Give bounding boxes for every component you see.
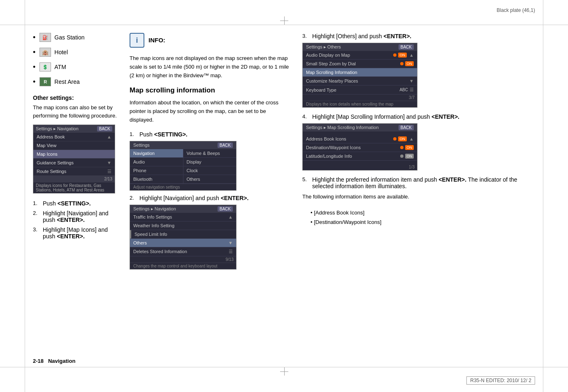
mid-step-1: 1. Push <SETTING>. xyxy=(130,131,290,138)
settings-others-audio[interactable]: Audio Display on Map ON ▲ xyxy=(303,51,417,60)
settings-item-clock[interactable]: Clock xyxy=(183,166,236,175)
settings-mapscroll-back[interactable]: BACK xyxy=(399,125,414,130)
list-item-gas: ⛽ Gas Station xyxy=(33,33,117,42)
settings-main-title: Settings xyxy=(133,143,150,148)
step2-kbd: <ENTER>. xyxy=(57,217,85,223)
nav-menu-item-address[interactable]: Address Book ▲ xyxy=(33,133,115,141)
page-footer: R35-N EDITED: 2010/ 12/ 2 xyxy=(466,376,535,385)
settings-nav-item-traffic[interactable]: Traffic Info Settings ▲ xyxy=(130,213,236,221)
list-item-hotel: 🏨 Hotel xyxy=(33,48,117,57)
nav-menu-item-mapview[interactable]: Map View xyxy=(33,141,115,150)
settings-nav-header: Settings ▸ Navigation BACK xyxy=(130,205,236,213)
left-column: ⛽ Gas Station 🏨 Hotel 💲 ATM R Rest Area … xyxy=(33,33,123,359)
crosshair-bottom xyxy=(280,367,288,376)
settings-nav-item-others[interactable]: Others ▼ xyxy=(130,239,236,247)
settings-others-header: Settings ▸ Others BACK xyxy=(303,43,417,51)
right-step-3: 3. Highlight [Others] and push <ENTER>. xyxy=(302,33,535,39)
settings-mapscroll-dest[interactable]: Destination/Waypoint Icons ON xyxy=(303,143,417,152)
settings-main-left: Navigation Audio Phone Bluetooth xyxy=(130,149,183,184)
bullet-item-dest: [Destination/Waypoint Icons] xyxy=(311,217,535,227)
rest-area-label: Rest Area xyxy=(54,78,79,85)
step1-kbd: <SETTING>. xyxy=(58,200,91,207)
step3-kbd: <ENTER>. xyxy=(57,233,85,240)
settings-mapscroll-title: Settings ▸ Map Scrolling Information xyxy=(306,125,379,130)
smallstep-toggle-indicator xyxy=(400,62,403,65)
hotel-icon: 🏨 xyxy=(39,48,51,57)
icon-list: ⛽ Gas Station 🏨 Hotel 💲 ATM R Rest Area xyxy=(33,33,117,86)
settings-others-back[interactable]: BACK xyxy=(399,44,414,50)
page-border-left xyxy=(25,0,25,392)
settings-mapscroll-header: Settings ▸ Map Scrolling Information BAC… xyxy=(303,124,417,131)
section-heading: Map scrolling information xyxy=(130,86,290,95)
settings-others-screenshot: Settings ▸ Others BACK Audio Display on … xyxy=(302,43,417,108)
nav-menu-item-guidance[interactable]: Guidance Settings ▼ xyxy=(33,159,115,167)
settings-mapscroll-lat[interactable]: Latitude/Longitude Info ON xyxy=(303,152,417,161)
list-item-rest: R Rest Area xyxy=(33,77,117,86)
settings-nav-item-deletes[interactable]: Deletes Stored Information ☰ xyxy=(130,247,236,256)
settings-nav-back[interactable]: BACK xyxy=(218,206,233,212)
settings-item-audio[interactable]: Audio xyxy=(130,158,183,166)
rest-area-icon: R xyxy=(39,77,51,86)
content-area: ⛽ Gas Station 🏨 Hotel 💲 ATM R Rest Area … xyxy=(33,33,535,359)
settings-main-header: Settings BACK xyxy=(130,141,236,149)
nav-menu-page-indicator: 2/13 xyxy=(33,176,115,182)
right-step3-kbd: <ENTER>. xyxy=(384,33,412,39)
mid-column: i INFO: The map icons are not displayed … xyxy=(123,33,296,359)
settings-main-grid: Navigation Audio Phone Bluetooth Volume … xyxy=(130,149,236,184)
settings-main-screenshot: Settings BACK Navigation Audio Phone Blu… xyxy=(130,141,236,191)
smallstep-toggle-on: ON xyxy=(405,61,414,66)
settings-item-display[interactable]: Display xyxy=(183,158,236,166)
settings-item-volume[interactable]: Volume & Beeps xyxy=(183,149,236,158)
back-button[interactable]: BACK xyxy=(97,126,112,131)
gas-station-icon: ⛽ xyxy=(39,33,51,42)
audio-toggle-indicator xyxy=(393,53,396,57)
nav-menu-item-mapicons[interactable]: Map Icons xyxy=(33,150,115,159)
settings-item-bluetooth[interactable]: Bluetooth xyxy=(130,175,183,184)
settings-item-phone[interactable]: Phone xyxy=(130,166,183,175)
settings-others-smallstep[interactable]: Small Step Zoom by Dial ON xyxy=(303,60,417,68)
address-toggle-indicator xyxy=(393,137,396,141)
right-column: 3. Highlight [Others] and push <ENTER>. … xyxy=(296,33,535,359)
dest-toggle-indicator xyxy=(400,146,403,149)
footer-text: R35-N EDITED: 2010/ 12/ 2 xyxy=(470,378,531,383)
bullet-item-address: [Address Book Icons] xyxy=(311,208,535,217)
nav-menu-title: Settings ▸ Navigation xyxy=(36,126,79,131)
step-2: 2. Highlight [Navigation] and push <ENTE… xyxy=(33,210,117,223)
settings-others-keyboard[interactable]: Keyboard Type ABC ☰ xyxy=(303,85,417,95)
mid-step2-kbd: <ENTER>. xyxy=(221,195,249,201)
settings-others-mapscroll[interactable]: Map Scrolling Information xyxy=(303,68,417,77)
settings-nav-item-speed[interactable]: Speed Limit Info xyxy=(130,230,236,239)
info-label: INFO: xyxy=(148,33,165,48)
page-border-top xyxy=(0,25,568,25)
atm-label: ATM xyxy=(54,64,66,70)
settings-nav-title: Settings ▸ Navigation xyxy=(133,206,176,212)
nav-menu-screenshot: Settings ▸ Navigation BACK Address Book … xyxy=(33,125,115,194)
lat-toggle-indicator xyxy=(400,154,403,158)
page-border-right xyxy=(543,0,543,392)
settings-mapscroll-address[interactable]: Address Book Icons ON ▲ xyxy=(303,135,417,143)
settings-main-hint: Adjust navigation settings xyxy=(130,184,236,190)
dest-toggle-on: ON xyxy=(405,145,414,150)
other-settings-text: The map icons can also be set by perform… xyxy=(33,104,117,120)
settings-others-page: 3/7 xyxy=(303,95,417,101)
hotel-label: Hotel xyxy=(54,49,68,55)
right-step-4: 4. Highlight [Map Scrolling Information]… xyxy=(302,113,535,120)
step-1: 1. Push <SETTING>. xyxy=(33,200,117,207)
settings-nav-page: 9/13 xyxy=(130,256,236,263)
nav-menu-hint: Displays icons for Restaurants, Gas Stat… xyxy=(33,182,115,193)
settings-nav-item-weather[interactable]: Weather Info Setting xyxy=(130,221,236,230)
audio-toggle-on: ON xyxy=(398,53,407,58)
list-item-atm: 💲 ATM xyxy=(33,62,117,71)
step-3: 3. Highlight [Map Icons] and push <ENTER… xyxy=(33,226,117,240)
settings-item-navigation[interactable]: Navigation xyxy=(130,149,183,158)
settings-item-others[interactable]: Others xyxy=(183,175,236,184)
info-text: The map icons are not displayed on the m… xyxy=(130,54,290,80)
nav-menu-item-route[interactable]: Route Settings ☰ xyxy=(33,167,115,176)
settings-main-back[interactable]: BACK xyxy=(218,143,233,148)
right-step-5: 5. Highlight the preferred information i… xyxy=(302,176,535,189)
settings-others-customize[interactable]: Customize Nearby Places ▼ xyxy=(303,77,417,85)
settings-mapscroll-page: 1/3 xyxy=(303,164,417,170)
settings-nav-screenshot: Settings ▸ Navigation BACK Traffic Info … xyxy=(130,205,236,270)
settings-main-right: Volume & Beeps Display Clock Others xyxy=(183,149,236,184)
settings-others-hint: Displays the icon details when scrolling… xyxy=(303,101,417,107)
